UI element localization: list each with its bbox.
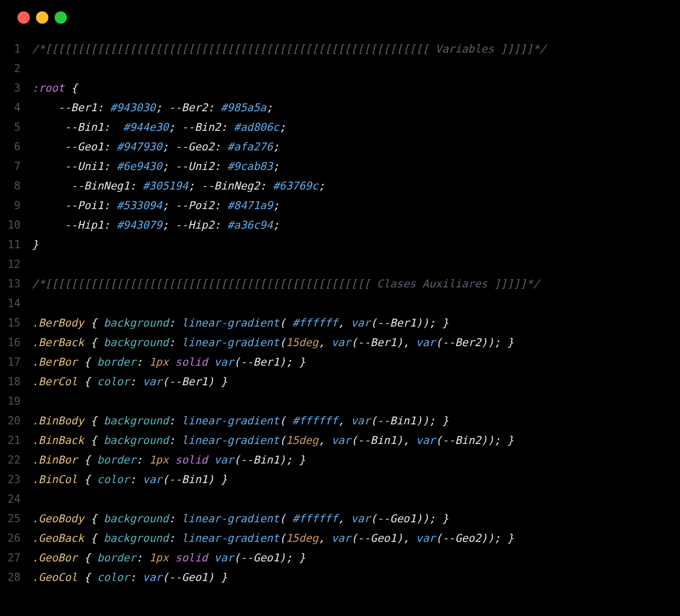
line-number: 22	[0, 450, 32, 470]
code-line[interactable]: 9 --Poi1: #533094; --Poi2: #8471a9;	[0, 196, 665, 215]
line-number: 26	[0, 528, 32, 548]
line-content: /*[[[[[[[[[[[[[[[[[[[[[[[[[[[[[[[[[[[[[[…	[32, 39, 546, 59]
line-content: .BinBack { background: linear-gradient(1…	[32, 431, 514, 450]
line-number: 11	[0, 235, 32, 254]
code-line[interactable]: 7 --Uni1: #6e9430; --Uni2: #9cab83;	[0, 157, 665, 176]
line-number: 1	[0, 39, 32, 59]
line-content: --Bin1: #944e30; --Bin2: #ad806c;	[32, 117, 286, 137]
code-line[interactable]: 15.BerBody { background: linear-gradient…	[0, 313, 665, 333]
line-number: 7	[0, 157, 32, 176]
line-number: 28	[0, 568, 32, 587]
code-line[interactable]: 27.GeoBor { border: 1px solid var(--Geo1…	[0, 548, 665, 568]
line-content: .GeoBody { background: linear-gradient( …	[32, 509, 448, 528]
line-number: 3	[0, 78, 32, 98]
line-number: 5	[0, 117, 32, 137]
maximize-icon[interactable]	[55, 11, 67, 24]
code-line[interactable]: 1/*[[[[[[[[[[[[[[[[[[[[[[[[[[[[[[[[[[[[[…	[0, 39, 665, 59]
line-number: 8	[0, 176, 32, 196]
line-number: 9	[0, 196, 32, 215]
code-line[interactable]: 17.BerBor { border: 1px solid var(--Ber1…	[0, 352, 665, 372]
minimize-icon[interactable]	[36, 11, 48, 24]
code-line[interactable]: 18.BerCol { color: var(--Ber1) }	[0, 372, 665, 391]
line-number: 27	[0, 548, 32, 568]
line-number: 20	[0, 411, 32, 431]
code-line[interactable]: 20.BinBody { background: linear-gradient…	[0, 411, 665, 431]
code-line[interactable]: 24	[0, 489, 665, 509]
line-content: }	[32, 235, 39, 254]
line-content: .GeoCol { color: var(--Geo1) }	[32, 568, 227, 587]
line-content: --Ber1: #943030; --Ber2: #985a5a;	[32, 98, 273, 117]
editor-window: 1/*[[[[[[[[[[[[[[[[[[[[[[[[[[[[[[[[[[[[[…	[0, 0, 680, 616]
line-number: 16	[0, 333, 32, 352]
line-number: 25	[0, 509, 32, 528]
code-line[interactable]: 11}	[0, 235, 665, 254]
code-line[interactable]: 19	[0, 391, 665, 411]
line-content: .GeoBack { background: linear-gradient(1…	[32, 528, 514, 548]
code-line[interactable]: 6 --Geo1: #947930; --Geo2: #afa276;	[0, 137, 665, 157]
code-line[interactable]: 28.GeoCol { color: var(--Geo1) }	[0, 568, 665, 587]
code-line[interactable]: 3:root {	[0, 78, 665, 98]
code-line[interactable]: 10 --Hip1: #943079; --Hip2: #a36c94;	[0, 215, 665, 235]
titlebar	[0, 0, 680, 32]
code-line[interactable]: 5 --Bin1: #944e30; --Bin2: #ad806c;	[0, 117, 665, 137]
line-content: :root {	[32, 78, 78, 98]
line-number: 24	[0, 489, 32, 509]
code-line[interactable]: 25.GeoBody { background: linear-gradient…	[0, 509, 665, 528]
code-line[interactable]: 23.BinCol { color: var(--Bin1) }	[0, 470, 665, 489]
line-number: 15	[0, 313, 32, 333]
line-number: 4	[0, 98, 32, 117]
code-line[interactable]: 26.GeoBack { background: linear-gradient…	[0, 528, 665, 548]
code-line[interactable]: 12	[0, 254, 665, 274]
code-area[interactable]: 1/*[[[[[[[[[[[[[[[[[[[[[[[[[[[[[[[[[[[[[…	[0, 32, 680, 587]
line-number: 17	[0, 352, 32, 372]
code-line[interactable]: 8 --BinNeg1: #305194; --BinNeg2: #63769c…	[0, 176, 665, 196]
line-content: .BerBor { border: 1px solid var(--Ber1);…	[32, 352, 305, 372]
line-content: .BinBody { background: linear-gradient( …	[32, 411, 448, 431]
code-line[interactable]: 22.BinBor { border: 1px solid var(--Bin1…	[0, 450, 665, 470]
line-content: /*[[[[[[[[[[[[[[[[[[[[[[[[[[[[[[[[[[[[[[…	[32, 274, 539, 294]
code-line[interactable]: 2	[0, 59, 665, 78]
line-content: --Poi1: #533094; --Poi2: #8471a9;	[32, 196, 280, 215]
code-line[interactable]: 4 --Ber1: #943030; --Ber2: #985a5a;	[0, 98, 665, 117]
line-number: 6	[0, 137, 32, 157]
code-line[interactable]: 21.BinBack { background: linear-gradient…	[0, 431, 665, 450]
line-content: --BinNeg1: #305194; --BinNeg2: #63769c;	[32, 176, 325, 196]
line-number: 21	[0, 431, 32, 450]
line-number: 2	[0, 59, 32, 78]
line-content: --Geo1: #947930; --Geo2: #afa276;	[32, 137, 280, 157]
code-line[interactable]: 13/*[[[[[[[[[[[[[[[[[[[[[[[[[[[[[[[[[[[[…	[0, 274, 665, 294]
code-line[interactable]: 16.BerBack { background: linear-gradient…	[0, 333, 665, 352]
code-line[interactable]: 14	[0, 294, 665, 313]
line-number: 19	[0, 391, 32, 411]
line-content: --Hip1: #943079; --Hip2: #a36c94;	[32, 215, 280, 235]
line-content: .BinBor { border: 1px solid var(--Bin1);…	[32, 450, 305, 470]
line-content: .GeoBor { border: 1px solid var(--Geo1);…	[32, 548, 305, 568]
line-content: .BerBack { background: linear-gradient(1…	[32, 333, 514, 352]
line-content: --Uni1: #6e9430; --Uni2: #9cab83;	[32, 157, 280, 176]
line-content: .BinCol { color: var(--Bin1) }	[32, 470, 227, 489]
line-content: .BerCol { color: var(--Ber1) }	[32, 372, 227, 391]
line-number: 12	[0, 254, 32, 274]
line-content: .BerBody { background: linear-gradient( …	[32, 313, 448, 333]
line-number: 23	[0, 470, 32, 489]
close-icon[interactable]	[18, 11, 30, 24]
line-number: 10	[0, 215, 32, 235]
line-number: 13	[0, 274, 32, 294]
line-number: 14	[0, 294, 32, 313]
line-number: 18	[0, 372, 32, 391]
